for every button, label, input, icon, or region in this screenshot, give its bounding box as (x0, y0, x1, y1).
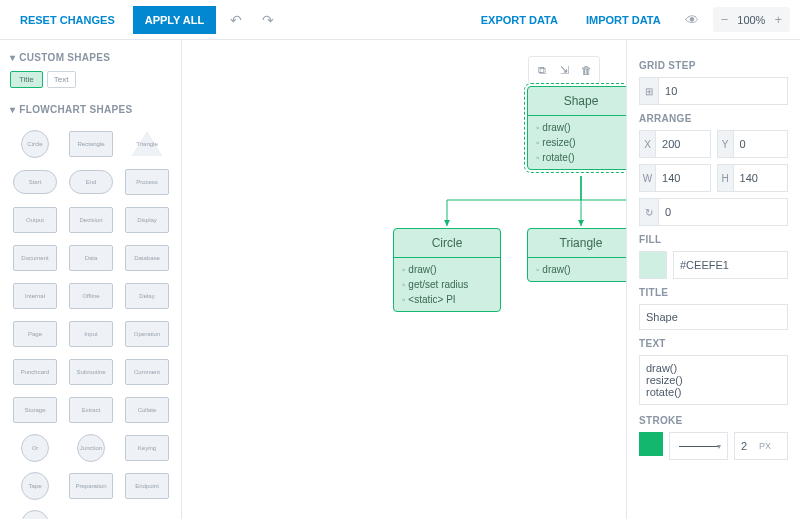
node-body: draw()resize()rotate() (528, 116, 626, 169)
stroke-label: STROKE (639, 415, 788, 426)
connect-icon[interactable]: ⇲ (554, 60, 574, 80)
palette-punchcard[interactable]: Punchcard (10, 355, 60, 389)
palette-input[interactable]: Input (66, 317, 116, 351)
palette-process[interactable]: Process (122, 165, 172, 199)
export-data-button[interactable]: EXPORT DATA (471, 7, 568, 33)
node-body: draw() (528, 258, 626, 281)
palette-preparation[interactable]: Preparation (66, 469, 116, 503)
stroke-width-input[interactable]: PX (734, 432, 788, 460)
palette-triangle[interactable]: Triangle (122, 127, 172, 161)
palette-collate[interactable]: Collate (122, 393, 172, 427)
palette-data[interactable]: Data (66, 241, 116, 275)
palette-comment[interactable]: Comment (122, 355, 172, 389)
import-data-button[interactable]: IMPORT DATA (576, 7, 671, 33)
rotate-icon: ↻ (640, 199, 659, 225)
palette-delay[interactable]: Delay (122, 279, 172, 313)
shape-sidebar: ▾CUSTOM SHAPES TitleText ▾FLOWCHART SHAP… (0, 40, 182, 519)
palette-page[interactable]: Page (10, 317, 60, 351)
palette-or[interactable]: Or (10, 431, 60, 465)
node-body: draw()get/set radius<static> PI (394, 258, 500, 311)
x-input[interactable]: X (639, 130, 711, 158)
flowchart-shapes-header[interactable]: ▾FLOWCHART SHAPES (0, 92, 181, 123)
palette-end[interactable]: End (66, 165, 116, 199)
top-toolbar: RESET CHANGES APPLY ALL ↶ ↷ EXPORT DATA … (0, 0, 800, 40)
text-input[interactable] (639, 355, 788, 405)
palette-tape[interactable]: Tape (10, 469, 60, 503)
copy-icon[interactable]: ⧉ (532, 60, 552, 80)
palette-database[interactable]: Database (122, 241, 172, 275)
palette-circle[interactable]: Circle (10, 127, 60, 161)
node-toolbar: ⧉ ⇲ 🗑 (528, 56, 600, 84)
redo-icon[interactable]: ↷ (256, 6, 280, 34)
palette-endpoint[interactable]: Endpoint (122, 469, 172, 503)
palette-storage[interactable]: Storage (10, 393, 60, 427)
height-input[interactable]: H (717, 164, 789, 192)
zoom-control: − 100% + (713, 7, 790, 32)
width-input[interactable]: W (639, 164, 711, 192)
grid-icon: ⊞ (640, 78, 659, 104)
palette-roll[interactable]: Roll (10, 507, 60, 519)
node-circle[interactable]: Circledraw()get/set radius<static> PI (393, 228, 501, 312)
apply-all-button[interactable]: APPLY ALL (133, 6, 217, 34)
diagram-canvas[interactable]: ⧉ ⇲ 🗑 Shapedraw()resize()rotate()↻Circle… (182, 40, 626, 519)
properties-panel: GRID STEP ⊞ ARRANGE X Y W H ↻ FILL TITLE… (626, 40, 800, 519)
custom-shape-title[interactable]: Title (10, 71, 43, 88)
palette-junction[interactable]: Junction (66, 431, 116, 465)
text-prop-label: TEXT (639, 338, 788, 349)
grid-step-input[interactable]: ⊞ (639, 77, 788, 105)
title-prop-label: TITLE (639, 287, 788, 298)
fill-color-swatch[interactable] (639, 251, 667, 279)
preview-icon[interactable]: 👁 (679, 6, 705, 34)
undo-icon[interactable]: ↶ (224, 6, 248, 34)
node-title: Circle (394, 229, 500, 258)
custom-shapes-header[interactable]: ▾CUSTOM SHAPES (0, 40, 181, 71)
grid-step-label: GRID STEP (639, 60, 788, 71)
palette-offline[interactable]: Offline (66, 279, 116, 313)
zoom-value: 100% (737, 14, 765, 26)
chevron-down-icon: ▾ (717, 442, 721, 451)
palette-rectangle[interactable]: Rectangle (66, 127, 116, 161)
custom-shape-text[interactable]: Text (47, 71, 76, 88)
palette-keying[interactable]: Keying (122, 431, 172, 465)
palette-subroutine[interactable]: Subroutine (66, 355, 116, 389)
palette-display[interactable]: Display (122, 203, 172, 237)
title-input[interactable] (639, 304, 788, 330)
stroke-style-select[interactable]: ▾ (669, 432, 728, 460)
palette-output[interactable]: Output (10, 203, 60, 237)
node-shape[interactable]: Shapedraw()resize()rotate()↻ (527, 86, 626, 170)
zoom-in-icon[interactable]: + (768, 9, 788, 30)
reset-changes-button[interactable]: RESET CHANGES (10, 7, 125, 33)
palette-operation[interactable]: Operation (122, 317, 172, 351)
node-title: Shape (528, 87, 626, 116)
fill-hex-input[interactable] (673, 251, 788, 279)
zoom-out-icon[interactable]: − (715, 9, 735, 30)
palette-start[interactable]: Start (10, 165, 60, 199)
chevron-down-icon: ▾ (10, 52, 15, 63)
palette-document[interactable]: Document (10, 241, 60, 275)
palette-internal[interactable]: Internal (10, 279, 60, 313)
fill-label: FILL (639, 234, 788, 245)
palette-extract[interactable]: Extract (66, 393, 116, 427)
node-triangle[interactable]: Triangledraw() (527, 228, 626, 282)
chevron-down-icon: ▾ (10, 104, 15, 115)
y-input[interactable]: Y (717, 130, 789, 158)
palette-decision[interactable]: Decision (66, 203, 116, 237)
stroke-color-swatch[interactable] (639, 432, 663, 456)
angle-input[interactable]: ↻ (639, 198, 788, 226)
delete-icon[interactable]: 🗑 (576, 60, 596, 80)
node-title: Triangle (528, 229, 626, 258)
arrange-label: ARRANGE (639, 113, 788, 124)
